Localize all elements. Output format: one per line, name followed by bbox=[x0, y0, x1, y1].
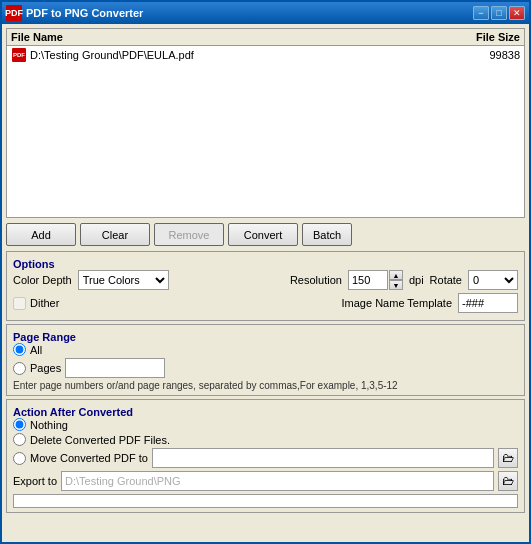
batch-button[interactable]: Batch bbox=[302, 223, 352, 246]
all-label: All bbox=[30, 344, 42, 356]
nothing-label: Nothing bbox=[30, 419, 68, 431]
convert-button[interactable]: Convert bbox=[228, 223, 298, 246]
dither-row: Dither Image Name Template -### bbox=[13, 293, 518, 313]
add-button[interactable]: Add bbox=[6, 223, 76, 246]
image-name-template-input[interactable]: -### bbox=[458, 293, 518, 313]
move-radio[interactable] bbox=[13, 452, 26, 465]
export-row: Export to D:\Testing Ground\PNG 🗁 bbox=[13, 471, 518, 491]
col-size-header: File Size bbox=[440, 31, 520, 43]
col-name-header: File Name bbox=[11, 31, 440, 43]
window-title: PDF to PNG Converter bbox=[26, 7, 473, 19]
close-button[interactable]: ✕ bbox=[509, 6, 525, 20]
delete-label: Delete Converted PDF Files. bbox=[30, 434, 170, 446]
title-bar-buttons: − □ ✕ bbox=[473, 6, 525, 20]
page-range-hint: Enter page numbers or/and page ranges, s… bbox=[13, 380, 518, 391]
image-name-template-label: Image Name Template bbox=[342, 297, 452, 309]
all-radio-row: All bbox=[13, 343, 518, 356]
pdf-file-icon: PDF bbox=[11, 48, 27, 62]
delete-radio[interactable] bbox=[13, 433, 26, 446]
move-radio-row: Move Converted PDF to 🗁 bbox=[13, 448, 518, 468]
minimize-button[interactable]: − bbox=[473, 6, 489, 20]
dither-checkbox-row: Dither bbox=[13, 297, 59, 310]
move-browse-button[interactable]: 🗁 bbox=[498, 448, 518, 468]
options-section: Options Color Depth True Colors 256 Colo… bbox=[6, 251, 525, 321]
action-section: Action After Converted Nothing Delete Co… bbox=[6, 399, 525, 513]
file-table-body: PDF D:\Testing Ground\PDF\EULA.pdf 99838 bbox=[7, 46, 524, 64]
pages-label: Pages bbox=[30, 362, 61, 374]
color-depth-select[interactable]: True Colors 256 Colors Grayscale Black &… bbox=[78, 270, 169, 290]
table-row: PDF D:\Testing Ground\PDF\EULA.pdf 99838 bbox=[7, 46, 524, 64]
all-radio[interactable] bbox=[13, 343, 26, 356]
color-depth-row: Color Depth True Colors 256 Colors Grays… bbox=[13, 270, 518, 290]
content-area: File Name File Size PDF D:\Testing Groun… bbox=[2, 24, 529, 542]
resolution-down-button[interactable]: ▼ bbox=[389, 280, 403, 290]
resolution-up-button[interactable]: ▲ bbox=[389, 270, 403, 280]
delete-radio-row: Delete Converted PDF Files. bbox=[13, 433, 518, 446]
file-table-header: File Name File Size bbox=[7, 29, 524, 46]
export-browse-button[interactable]: 🗁 bbox=[498, 471, 518, 491]
rotate-label: Rotate bbox=[430, 274, 462, 286]
title-bar: PDF PDF to PNG Converter − □ ✕ bbox=[2, 2, 529, 24]
options-label: Options bbox=[13, 258, 518, 270]
remove-button[interactable]: Remove bbox=[154, 223, 224, 246]
pages-radio[interactable] bbox=[13, 362, 26, 375]
export-label: Export to bbox=[13, 475, 57, 487]
nothing-radio[interactable] bbox=[13, 418, 26, 431]
pages-radio-row: Pages bbox=[13, 358, 518, 378]
maximize-button[interactable]: □ bbox=[491, 6, 507, 20]
rotate-select[interactable]: 0 90 180 270 bbox=[468, 270, 518, 290]
dither-label: Dither bbox=[30, 297, 59, 309]
clear-button[interactable]: Clear bbox=[80, 223, 150, 246]
file-table: File Name File Size PDF D:\Testing Groun… bbox=[6, 28, 525, 218]
action-label: Action After Converted bbox=[13, 406, 518, 418]
resolution-label: Resolution bbox=[290, 274, 342, 286]
main-window: PDF PDF to PNG Converter − □ ✕ File Name… bbox=[0, 0, 531, 544]
page-range-section: Page Range All Pages Enter page numbers … bbox=[6, 324, 525, 396]
nothing-radio-row: Nothing bbox=[13, 418, 518, 431]
export-path-input[interactable]: D:\Testing Ground\PNG bbox=[61, 471, 494, 491]
move-label: Move Converted PDF to bbox=[30, 452, 148, 464]
app-icon: PDF bbox=[6, 5, 22, 21]
dither-checkbox[interactable] bbox=[13, 297, 26, 310]
file-name: D:\Testing Ground\PDF\EULA.pdf bbox=[30, 49, 440, 61]
action-button-row: Add Clear Remove Convert Batch bbox=[6, 221, 525, 248]
move-path-input[interactable] bbox=[152, 448, 494, 468]
page-range-label: Page Range bbox=[13, 331, 518, 343]
pages-input[interactable] bbox=[65, 358, 165, 378]
color-depth-label: Color Depth bbox=[13, 274, 72, 286]
resolution-spinner: 150 ▲ ▼ bbox=[348, 270, 403, 290]
resolution-input[interactable]: 150 bbox=[348, 270, 388, 290]
progress-bar bbox=[13, 494, 518, 508]
file-size: 99838 bbox=[440, 49, 520, 61]
dpi-label: dpi bbox=[409, 274, 424, 286]
